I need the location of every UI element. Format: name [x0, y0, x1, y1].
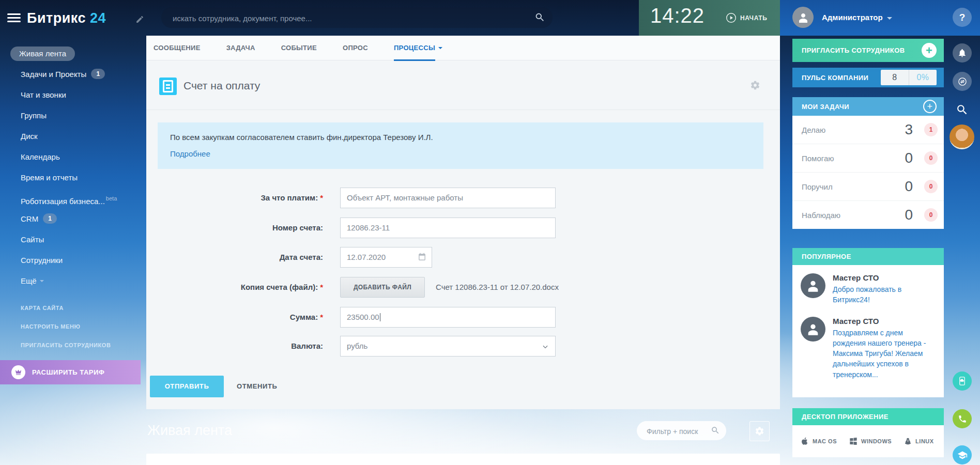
invoice-document-icon: [159, 78, 177, 95]
feed-filter-input[interactable]: [646, 421, 710, 441]
sidebar-item-time-reports[interactable]: Время и отчеты: [0, 167, 146, 188]
person-icon: [806, 278, 820, 293]
sidebar-item-rpa[interactable]: Роботизация бизнеса...beta: [0, 188, 146, 209]
invoice-date-field[interactable]: 12.07.2020: [340, 247, 432, 268]
messenger-button[interactable]: [953, 72, 972, 91]
feed-section-title: Живая лента: [147, 423, 232, 439]
plus-icon: +: [922, 43, 937, 58]
process-header: Счет на оплату: [146, 60, 780, 110]
desktop-app-section: MAC OS WINDOWS LINUX: [792, 425, 944, 457]
clock-time: 14:22: [650, 4, 705, 27]
task-badge: 0: [924, 151, 938, 165]
invoice-copy-label: Копия счета (файл):*: [146, 283, 323, 291]
start-workday-button[interactable]: НАЧАТЬ: [726, 12, 767, 23]
author-name[interactable]: Мастер СТО: [833, 317, 937, 326]
tab-task[interactable]: ЗАДАЧА: [226, 36, 255, 60]
configure-menu-link[interactable]: НАСТРОИТЬ МЕНЮ: [0, 317, 146, 336]
sidebar-item-chat[interactable]: Чат и звонки: [0, 85, 146, 105]
invite-employees-link[interactable]: ПРИГЛАСИТЬ СОТРУДНИКОВ: [0, 336, 146, 354]
sidebar-item-tasks[interactable]: Задачи и Проекты1: [0, 64, 146, 85]
platform-linux[interactable]: LINUX: [904, 437, 934, 446]
user-avatar: [792, 7, 814, 28]
my-tasks-header[interactable]: МОИ ЗАДАЧИ +: [792, 97, 944, 116]
tab-message[interactable]: СООБЩЕНИЕ: [154, 36, 201, 60]
cancel-button[interactable]: ОТМЕНИТЬ: [237, 376, 277, 397]
tab-event[interactable]: СОБЫТИЕ: [281, 36, 317, 60]
desktop-app-header: ДЕСКТОП ПРИЛОЖЕНИЕ: [792, 408, 944, 425]
upgrade-plan-button[interactable]: РАСШИРИТЬ ТАРИФ: [0, 360, 141, 384]
edit-pencil-icon[interactable]: [135, 15, 144, 24]
notifications-button[interactable]: [953, 43, 972, 63]
apple-icon: [801, 437, 809, 446]
training-button[interactable]: [953, 445, 972, 464]
platform-windows[interactable]: WINDOWS: [849, 437, 892, 445]
tasks-count-badge: 1: [91, 69, 105, 79]
feed-settings-gear-icon[interactable]: [749, 421, 770, 441]
company-pulse-banner[interactable]: ПУЛЬС КОМПАНИИ 8 0%: [792, 68, 944, 87]
linux-icon: [904, 437, 912, 446]
invite-employees-banner[interactable]: ПРИГЛАСИТЬ СОТРУДНИКОВ +: [792, 39, 944, 62]
pulse-count: 8: [881, 70, 909, 85]
work-time-panel: 14:22 НАЧАТЬ: [639, 0, 780, 36]
hamburger-menu-icon[interactable]: [7, 13, 21, 23]
post-tabs: СООБЩЕНИЕ ЗАДАЧА СОБЫТИЕ ОПРОС ПРОЦЕССЫ: [146, 36, 780, 60]
chevron-down-icon: [887, 17, 892, 20]
popular-section: Мастер СТО Добро пожаловать в Битрикс24!…: [792, 265, 944, 397]
author-avatar[interactable]: [801, 273, 825, 298]
search-button[interactable]: [956, 103, 969, 116]
required-asterisk: *: [320, 283, 323, 291]
sidebar-item-employees[interactable]: Сотрудники: [0, 250, 146, 271]
task-badge: 0: [924, 180, 938, 193]
task-row-assigned[interactable]: Поручил 0 0: [792, 173, 944, 201]
global-search-input[interactable]: [172, 7, 525, 29]
invoice-number-field[interactable]: 12086.23-11: [340, 218, 556, 238]
chevron-down-icon: [40, 280, 44, 282]
currency-select[interactable]: рубль: [340, 336, 556, 357]
platform-macos[interactable]: MAC OS: [801, 437, 837, 446]
task-badge: 1: [924, 123, 938, 136]
mobile-app-button[interactable]: [953, 371, 972, 391]
post-link[interactable]: Поздравляем с днем рождения нашего трене…: [833, 328, 937, 380]
sidebar-item-disk[interactable]: Диск: [0, 126, 146, 147]
process-settings-gear-icon[interactable]: [750, 80, 760, 90]
sidebar-item-groups[interactable]: Группы: [0, 105, 146, 126]
crown-icon: [11, 365, 25, 379]
banner-more-link[interactable]: Подробнее: [170, 149, 751, 158]
sidebar-item-live-feed[interactable]: Живая лента: [0, 43, 146, 64]
submit-button[interactable]: ОТПРАВИТЬ: [150, 376, 224, 397]
tab-poll[interactable]: ОПРОС: [343, 36, 368, 60]
help-button[interactable]: ?: [953, 8, 972, 27]
profile-avatar[interactable]: [950, 125, 974, 149]
task-count: 0: [905, 207, 913, 223]
bitrix24-app: Битрикс 24 14:22 НАЧАТЬ Администратор Жи…: [0, 0, 980, 465]
sidebar-item-crm[interactable]: CRM1: [0, 209, 146, 229]
tab-processes[interactable]: ПРОЦЕССЫ: [394, 36, 442, 60]
post-link[interactable]: Добро пожаловать в Битрикс24!: [833, 284, 937, 305]
sitemap-link[interactable]: КАРТА САЙТА: [0, 299, 146, 317]
author-avatar[interactable]: [801, 317, 825, 342]
my-tasks-list: Делаю 3 1 Помогаю 0 0 Поручил 0 0 Наблюд…: [792, 116, 944, 229]
amount-field[interactable]: 23500.00: [340, 307, 556, 328]
task-row-watching[interactable]: Наблюдаю 0 0: [792, 201, 944, 229]
sidebar-item-more[interactable]: Ещё: [0, 271, 146, 291]
add-file-button[interactable]: ДОБАВИТЬ ФАЙЛ: [340, 277, 425, 298]
pay-for-field[interactable]: Объект АРТ, монтажные работы: [340, 188, 556, 208]
popular-item: Мастер СТО Добро пожаловать в Битрикс24!: [801, 273, 937, 305]
chat-sync-icon: [957, 76, 968, 87]
calendar-icon[interactable]: [418, 253, 426, 261]
author-name[interactable]: Мастер СТО: [833, 273, 937, 282]
feed-card: [146, 454, 780, 465]
search-icon[interactable]: [711, 426, 720, 435]
logo-brand: Битрикс: [27, 10, 86, 26]
task-row-doing[interactable]: Делаю 3 1: [792, 116, 944, 144]
user-menu[interactable]: Администратор: [792, 7, 892, 28]
sidebar-item-sites[interactable]: Сайты: [0, 229, 146, 250]
search-icon: [956, 103, 969, 116]
plus-icon[interactable]: +: [923, 100, 937, 113]
task-row-helping[interactable]: Помогаю 0 0: [792, 144, 944, 173]
telephony-button[interactable]: [953, 409, 972, 428]
search-icon[interactable]: [534, 12, 545, 23]
sidebar-item-calendar[interactable]: Календарь: [0, 147, 146, 167]
global-search: [161, 7, 553, 28]
user-name: Администратор: [822, 13, 892, 22]
